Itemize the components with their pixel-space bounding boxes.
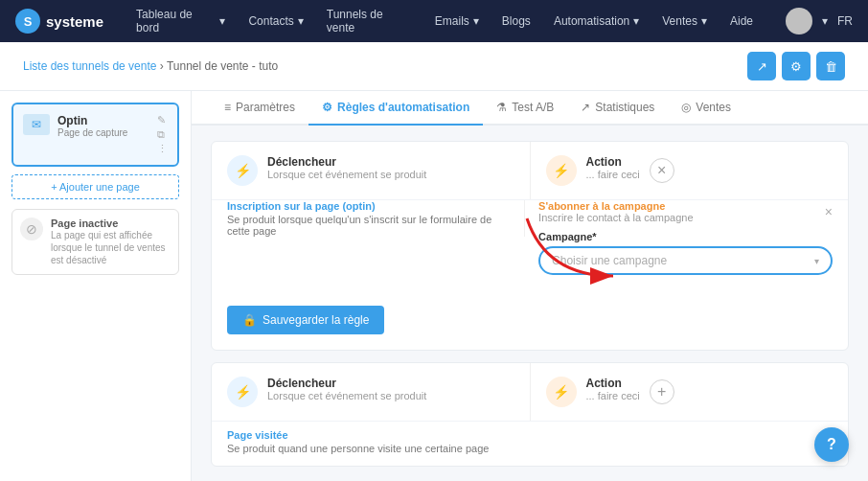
nav-automatisation[interactable]: Automatisation ▾: [544, 9, 649, 34]
left-sidebar: ✉ Optin Page de capture ✎ ⧉ ⋮ + Ajouter …: [0, 91, 192, 481]
optin-page-card[interactable]: ✉ Optin Page de capture ✎ ⧉ ⋮: [11, 103, 179, 167]
chevron-down-icon: ▾: [298, 14, 304, 28]
ventes-icon: ◎: [681, 101, 691, 114]
trigger2-icon: ⚡: [227, 377, 258, 407]
trash-button[interactable]: 🗑: [816, 52, 845, 80]
tab-ventes[interactable]: ◎ Ventes: [668, 91, 744, 126]
language-selector[interactable]: FR: [837, 14, 853, 28]
gear-icon: ⚙: [790, 59, 802, 74]
campaign-select[interactable]: Choisir une campagne ▾: [538, 246, 833, 275]
add-page-button[interactable]: + Ajouter une page: [11, 174, 179, 199]
nav-aide[interactable]: Aide: [720, 9, 763, 34]
campaign-placeholder: Choisir une campagne: [552, 254, 667, 267]
settings-button[interactable]: ⚙: [782, 52, 811, 80]
action-expanded-title: S'abonner à la campagne: [538, 200, 693, 212]
flask-icon: ⚗: [496, 101, 507, 114]
tab-regles-automatisation[interactable]: ⚙ Règles d'automatisation: [308, 91, 483, 126]
trigger-icon: ⚡: [227, 155, 258, 186]
rule2-trigger-half: ⚡ Déclencheur Lorsque cet événement se p…: [212, 363, 530, 421]
chart-icon: ↗: [581, 101, 590, 114]
avatar[interactable]: [786, 8, 812, 34]
chevron-down-icon: ▾: [633, 14, 639, 28]
external-link-icon: ↗: [757, 59, 767, 74]
rule-row-2: ⚡ Déclencheur Lorsque cet événement se p…: [211, 362, 849, 467]
inactive-page-card: ⊘ Page inactive La page qui est affichée…: [11, 209, 179, 275]
breadcrumb: Liste des tunnels de vente › Tunnel de v…: [23, 59, 278, 73]
page-card-title: Optin: [57, 114, 149, 127]
parametres-icon: ≡: [224, 101, 231, 114]
action2-icon: ⚡: [546, 377, 577, 407]
rule1-trigger-expanded: Inscription sur la page (optin) Se produ…: [212, 199, 848, 288]
user-chevron-icon: ▾: [822, 14, 828, 28]
rule1-trigger-half: ⚡ Déclencheur Lorsque cet événement se p…: [212, 142, 530, 199]
breadcrumb-bar: Liste des tunnels de vente › Tunnel de v…: [0, 42, 868, 91]
edit-icon[interactable]: ✎: [157, 114, 168, 126]
nav-right: ▾ FR: [786, 8, 853, 34]
chevron-down-icon: ▾: [219, 14, 225, 28]
chevron-down-icon: ▾: [701, 14, 707, 28]
rule2-action-half: ⚡ Action ... faire ceci +: [530, 363, 849, 421]
close-action-button[interactable]: ×: [825, 204, 833, 219]
action-add-button[interactable]: ×: [650, 158, 674, 183]
right-content: ≡ Paramètres ⚙ Règles d'automatisation ⚗…: [192, 91, 868, 481]
trigger-expanded-desc: Se produit lorsque quelqu'un s'inscrit s…: [227, 214, 513, 237]
nav-tableau-de-bord[interactable]: Tableau de bord ▾: [126, 2, 235, 40]
save-icon: 🔒: [242, 313, 257, 327]
disabled-icon: ⊘: [20, 218, 43, 240]
action-icon: ⚡: [546, 155, 577, 186]
nav-emails[interactable]: Emails ▾: [425, 9, 489, 34]
nav-items: Tableau de bord ▾ Contacts ▾ Tunnels de …: [126, 2, 763, 40]
rule1-action-half: ⚡ Action ... faire ceci ×: [530, 142, 849, 199]
gear-icon: ⚙: [322, 101, 332, 114]
inactive-title: Page inactive: [51, 218, 171, 229]
tab-test-ab[interactable]: ⚗ Test A/B: [483, 91, 567, 126]
nav-contacts[interactable]: Contacts ▾: [239, 9, 312, 34]
main-layout: ✉ Optin Page de capture ✎ ⧉ ⋮ + Ajouter …: [0, 91, 868, 481]
rule2-action-add-button[interactable]: +: [650, 379, 674, 404]
help-icon: ?: [827, 436, 836, 453]
action2-heading: Action: [586, 377, 640, 390]
action-heading: Action: [586, 155, 640, 169]
inactive-desc: La page qui est affichée lorsque le tunn…: [51, 229, 171, 266]
help-button[interactable]: ?: [814, 427, 849, 462]
chevron-down-icon: ▾: [814, 256, 819, 266]
rule2-trigger-label: Page visitée: [227, 429, 833, 441]
breadcrumb-current: Tunnel de vente - tuto: [167, 59, 278, 73]
campaign-label: Campagne*: [538, 231, 833, 242]
page-card-subtitle: Page de capture: [57, 127, 149, 138]
logo-icon: S: [15, 9, 40, 34]
tab-parametres[interactable]: ≡ Paramètres: [211, 91, 308, 126]
campaign-field: Campagne* Choisir une campagne ▾: [538, 231, 833, 275]
trigger-expanded-label: Inscription sur la page (optin): [227, 200, 513, 212]
envelope-icon: ✉: [23, 114, 50, 135]
trigger-sub: Lorsque cet événement se produit: [267, 169, 426, 180]
trash-icon: 🗑: [825, 59, 837, 74]
top-navigation: S systeme Tableau de bord ▾ Contacts ▾ T…: [0, 0, 868, 42]
nav-blogs[interactable]: Blogs: [492, 9, 540, 34]
external-link-button[interactable]: ↗: [747, 52, 776, 80]
app-name: systeme: [46, 13, 103, 30]
tab-statistiques[interactable]: ↗ Statistiques: [567, 91, 668, 126]
rule-row-1: ⚡ Déclencheur Lorsque cet événement se p…: [211, 141, 849, 351]
breadcrumb-actions: ↗ ⚙ 🗑: [747, 52, 845, 80]
chevron-down-icon: ▾: [473, 14, 479, 28]
save-rule-button[interactable]: 🔒 Sauvegarder la règle: [227, 306, 384, 334]
rule2-trigger-expanded: Page visitée Se produit quand une person…: [212, 421, 848, 466]
breadcrumb-separator: ›: [160, 59, 167, 73]
tabs-bar: ≡ Paramètres ⚙ Règles d'automatisation ⚗…: [192, 91, 868, 126]
trigger2-sub: Lorsque cet événement se produit: [267, 390, 426, 401]
trigger-heading: Déclencheur: [267, 155, 426, 169]
breadcrumb-link[interactable]: Liste des tunnels de vente: [23, 59, 156, 73]
trigger2-heading: Déclencheur: [267, 377, 426, 390]
nav-ventes[interactable]: Ventes ▾: [652, 9, 717, 34]
action-sub: ... faire ceci: [586, 169, 640, 180]
rule2-trigger-desc: Se produit quand une personne visite une…: [227, 443, 833, 454]
app-logo[interactable]: S systeme: [15, 9, 103, 34]
action2-sub: ... faire ceci: [586, 390, 640, 401]
nav-tunnels-de-vente[interactable]: Tunnels de vente: [317, 2, 422, 40]
copy-icon[interactable]: ⧉: [157, 128, 168, 141]
action-expanded-sub: Inscrire le contact à la campagne: [538, 212, 693, 223]
more-icon[interactable]: ⋮: [157, 143, 168, 155]
rules-area: ⚡ Déclencheur Lorsque cet événement se p…: [192, 126, 868, 481]
